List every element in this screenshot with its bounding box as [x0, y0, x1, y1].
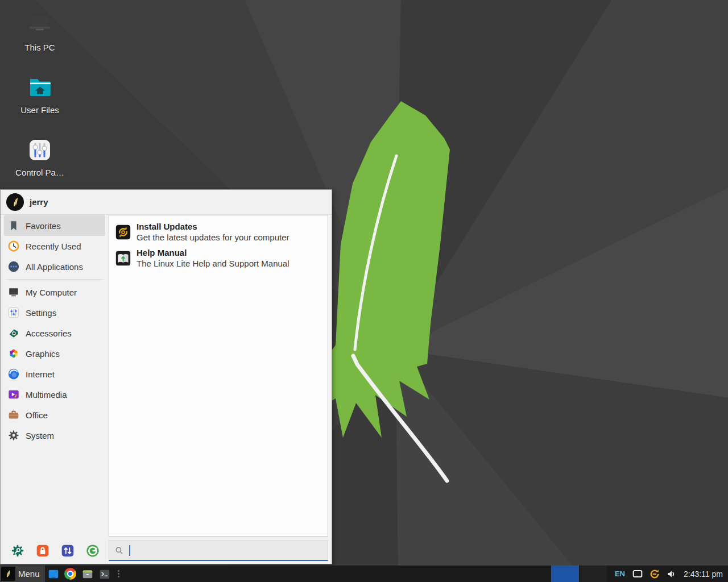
sidebar-item-label: Internet: [26, 369, 55, 379]
menu-button-label: Menu: [18, 569, 40, 579]
keyboard-layout-indicator[interactable]: EN: [615, 569, 625, 578]
graphics-icon: [7, 347, 20, 360]
username: jerry: [30, 197, 48, 207]
sidebar-item-label: All Applications: [26, 262, 83, 272]
control-panel-icon: [26, 136, 53, 164]
menu-sidebar: Favorites Recently Used All Applications: [1, 215, 109, 446]
clock-icon: [7, 240, 20, 252]
desktop-icon-this-pc[interactable]: This PC: [7, 11, 73, 52]
lock-screen-button[interactable]: [35, 543, 50, 558]
desktop-screen: This PC User Files Control Pa…: [0, 0, 728, 582]
sidebar-item-office[interactable]: Office: [4, 405, 105, 425]
workspace-1-active[interactable]: [551, 566, 579, 582]
user-avatar[interactable]: [6, 193, 24, 211]
sidebar-item-label: Office: [26, 410, 48, 420]
linux-lite-logo-icon: [1, 567, 15, 581]
sidebar-item-label: My Computer: [26, 288, 77, 297]
sidebar-item-label: Settings: [26, 308, 56, 318]
sidebar-item-label: Accessories: [26, 329, 72, 338]
app-description: The Linux Lite Help and Support Manual: [136, 258, 289, 269]
show-desktop-icon: [47, 568, 60, 580]
sidebar-item-label: Multimedia: [26, 390, 67, 400]
home-folder-icon: [26, 74, 53, 101]
system-tray: EN 2:43:11 pm: [551, 566, 728, 582]
chrome-icon: [64, 568, 76, 580]
all-applications-icon: [7, 260, 20, 273]
sidebar-item-label: Favorites: [26, 221, 61, 231]
sidebar-item-multimedia[interactable]: Multimedia: [4, 384, 105, 405]
accessories-icon: [7, 327, 20, 339]
taskbar-menu-button[interactable]: Menu: [0, 566, 45, 582]
update-notifier-icon[interactable]: [648, 568, 661, 580]
terminal-icon: [98, 568, 111, 580]
switch-user-button[interactable]: [60, 543, 75, 558]
app-description: Get the latest updates for your computer: [136, 232, 289, 243]
sidebar-item-recently-used[interactable]: Recently Used: [4, 236, 105, 256]
settings-sliders-icon: [7, 306, 20, 319]
menu-search-bar: [109, 541, 328, 561]
settings-manager-button[interactable]: [10, 543, 25, 558]
text-caret: [129, 545, 130, 556]
whisker-menu: jerry Favorites Recently Used: [0, 189, 332, 564]
volume-icon[interactable]: [665, 568, 678, 580]
file-manager-launcher[interactable]: [79, 566, 96, 582]
sidebar-item-my-computer[interactable]: My Computer: [4, 282, 105, 302]
panel-grip-handle[interactable]: [118, 570, 119, 577]
terminal-launcher[interactable]: [96, 566, 113, 582]
search-input[interactable]: [135, 546, 322, 555]
taskbar-clock[interactable]: 2:43:11 pm: [684, 569, 723, 579]
sidebar-item-graphics[interactable]: Graphics: [4, 343, 105, 364]
sidebar-item-system[interactable]: System: [4, 425, 105, 446]
bookmark-icon: [7, 219, 20, 232]
desktop-icon-label: Control Pa…: [15, 168, 64, 177]
internet-icon: [7, 368, 20, 380]
system-gear-icon: [7, 429, 20, 442]
file-manager-icon: [81, 568, 94, 580]
menu-action-row: [1, 542, 109, 565]
taskbar: Menu: [0, 566, 728, 582]
app-title: Install Updates: [136, 221, 289, 232]
sidebar-separator: [6, 279, 103, 280]
desktop-icon-label: User Files: [20, 105, 59, 115]
sidebar-item-all-applications[interactable]: All Applications: [4, 256, 105, 277]
chrome-launcher[interactable]: [62, 566, 79, 582]
app-item-install-updates[interactable]: Install Updates Get the latest updates f…: [111, 219, 325, 245]
help-manual-icon: [115, 250, 131, 267]
feather-logo-icon: [10, 197, 21, 208]
desktop-icon-user-files[interactable]: User Files: [7, 74, 73, 115]
sidebar-item-label: Recently Used: [26, 242, 81, 251]
menu-header: jerry: [1, 190, 332, 215]
display-tray-icon[interactable]: [631, 568, 644, 580]
office-icon: [7, 409, 20, 421]
app-title: Help Manual: [136, 247, 289, 258]
log-out-button[interactable]: [85, 543, 100, 558]
computer-icon: [7, 286, 20, 298]
sidebar-item-internet[interactable]: Internet: [4, 364, 105, 384]
show-desktop-button[interactable]: [45, 566, 62, 582]
laptop-icon: [26, 11, 53, 39]
sidebar-item-label: Graphics: [26, 349, 60, 359]
sidebar-item-settings[interactable]: Settings: [4, 302, 105, 323]
app-item-help-manual[interactable]: Help Manual The Linux Lite Help and Supp…: [111, 245, 325, 271]
sidebar-item-favorites[interactable]: Favorites: [4, 215, 105, 236]
install-updates-icon: [115, 224, 131, 240]
workspace-2[interactable]: [579, 566, 607, 582]
menu-app-list: Install Updates Get the latest updates f…: [109, 215, 328, 537]
sidebar-item-label: System: [26, 431, 54, 440]
search-icon: [114, 546, 124, 555]
desktop-icon-control-panel[interactable]: Control Pa…: [7, 136, 73, 177]
sidebar-item-accessories[interactable]: Accessories: [4, 323, 105, 343]
desktop-icon-label: This PC: [24, 43, 55, 52]
multimedia-icon: [7, 388, 20, 401]
